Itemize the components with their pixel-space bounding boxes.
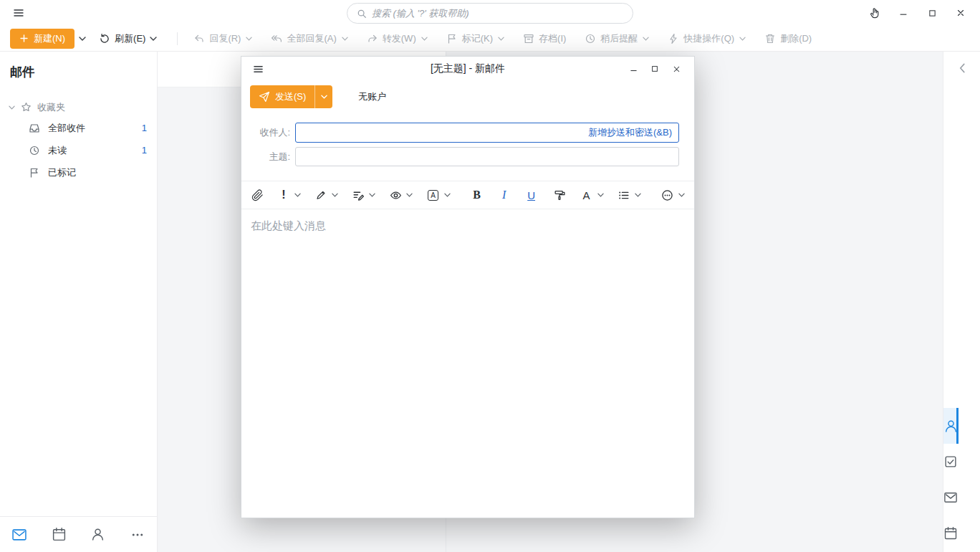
- reply-all-button[interactable]: 全部回复(A): [271, 32, 347, 45]
- text-style-dropdown[interactable]: [442, 186, 453, 204]
- flag-icon: [446, 33, 458, 44]
- favorites-group[interactable]: 收藏夹: [0, 97, 157, 117]
- window-minimize-button[interactable]: [891, 3, 916, 23]
- person-icon: [90, 527, 105, 542]
- sidebar-item-unread[interactable]: 未读 1: [0, 139, 157, 161]
- text-style-button[interactable]: A: [425, 186, 442, 204]
- recipients-row: 收件人: 新增抄送和密送(&B): [241, 123, 694, 143]
- subject-row: 主题:: [241, 147, 694, 166]
- quick-parts-button[interactable]: [350, 186, 367, 204]
- sidebar-item-flagged[interactable]: 已标记: [0, 161, 157, 184]
- quick-parts-dropdown[interactable]: [367, 186, 378, 204]
- window-close-button[interactable]: [948, 3, 973, 23]
- send-button[interactable]: 发送(S): [250, 85, 314, 108]
- compose-maximize-button[interactable]: [644, 60, 666, 78]
- person-icon: [943, 419, 959, 434]
- chevron-down-icon: [79, 37, 86, 41]
- add-cc-bcc-link[interactable]: 新增抄送和密送(&B): [588, 126, 672, 139]
- attachment-button[interactable]: [249, 186, 266, 204]
- format-painter-button[interactable]: [552, 186, 569, 204]
- body-placeholder: 在此处键入消息: [251, 219, 326, 232]
- clock-icon: [585, 33, 596, 44]
- importance-button[interactable]: !: [275, 186, 292, 204]
- delete-button[interactable]: 删除(D): [764, 32, 812, 45]
- archive-label: 存档(I): [539, 32, 566, 45]
- send-dropdown[interactable]: [314, 85, 332, 108]
- reply-button[interactable]: 回复(R): [193, 32, 252, 45]
- app-menu-button[interactable]: [7, 3, 30, 23]
- recipients-input[interactable]: 新增抄送和密送(&B): [295, 123, 679, 143]
- list-dropdown[interactable]: [633, 186, 643, 204]
- mark-label: 标记(K): [462, 32, 493, 45]
- touch-mode-button[interactable]: [863, 3, 887, 23]
- forward-button[interactable]: 转发(W): [367, 32, 428, 45]
- visibility-dropdown[interactable]: [404, 186, 415, 204]
- signature-button[interactable]: [312, 186, 330, 204]
- archive-button[interactable]: 存档(I): [523, 32, 566, 45]
- chevron-down-icon: [643, 37, 649, 41]
- message-body-input[interactable]: 在此处键入消息: [241, 209, 694, 518]
- chevron-left-icon: [959, 63, 965, 73]
- snooze-button[interactable]: 稍后提醒: [585, 32, 649, 45]
- hand-pointer-icon: [869, 7, 880, 19]
- sidebar: 邮件 收藏夹 全部收件 1 未读 1: [0, 52, 158, 552]
- underline-button[interactable]: U: [523, 186, 540, 204]
- reply-icon: [193, 33, 205, 44]
- archive-icon: [523, 33, 534, 44]
- italic-button[interactable]: I: [496, 186, 513, 204]
- new-mail-dropdown[interactable]: [75, 29, 90, 49]
- quick-actions-button[interactable]: 快捷操作(Q): [668, 32, 746, 45]
- font-color-dropdown[interactable]: [595, 186, 606, 204]
- compose-fields: 收件人: 新增抄送和密送(&B) 主题:: [241, 123, 694, 166]
- maximize-icon: [928, 9, 937, 18]
- font-color-button[interactable]: A: [578, 186, 595, 204]
- more-formatting-button[interactable]: [659, 186, 676, 204]
- chevron-down-icon: [321, 95, 327, 99]
- signature-dropdown[interactable]: [330, 186, 340, 204]
- trash-icon: [764, 33, 776, 44]
- refresh-button[interactable]: 刷新(E): [99, 32, 145, 45]
- new-mail-label: 新建(N): [34, 32, 65, 45]
- ellipsis-icon: [130, 528, 145, 542]
- refresh-icon: [99, 33, 110, 44]
- contacts-panel-button[interactable]: [943, 408, 959, 444]
- mail-panel-button[interactable]: [943, 480, 958, 515]
- calendar-icon: [943, 526, 958, 541]
- compose-close-button[interactable]: [666, 60, 687, 78]
- calendar-panel-button[interactable]: [943, 515, 958, 551]
- forward-label: 转发(W): [383, 32, 416, 45]
- importance-dropdown[interactable]: [292, 186, 303, 204]
- paper-plane-icon: [259, 91, 270, 103]
- mail-module-button[interactable]: [7, 523, 32, 547]
- list-button[interactable]: [615, 186, 633, 204]
- text-pen-icon: [352, 189, 365, 201]
- search-placeholder: 搜索 (输入 '?' 获取帮助): [372, 7, 469, 20]
- forward-icon: [367, 33, 378, 44]
- chevron-down-icon: [498, 37, 504, 41]
- send-split-button: 发送(S): [250, 85, 332, 108]
- bold-button[interactable]: B: [469, 186, 486, 204]
- visibility-button[interactable]: [387, 186, 404, 204]
- contacts-module-button[interactable]: [86, 523, 110, 547]
- compose-minimize-button[interactable]: [623, 60, 644, 78]
- calendar-module-button[interactable]: [47, 523, 71, 547]
- more-modules-button[interactable]: [125, 523, 150, 547]
- tasks-panel-button[interactable]: [943, 444, 958, 480]
- collapse-panel-button[interactable]: [959, 63, 965, 73]
- new-mail-button[interactable]: 新建(N): [10, 29, 75, 49]
- sidebar-title: 邮件: [10, 64, 157, 80]
- compose-menu-button[interactable]: [249, 59, 267, 79]
- maximize-icon: [650, 65, 659, 73]
- chevron-down-icon: [150, 37, 157, 41]
- window-maximize-button[interactable]: [920, 3, 944, 23]
- chevron-down-icon: [9, 105, 15, 110]
- favorites-label: 收藏夹: [37, 101, 65, 114]
- bullet-list-icon: [618, 189, 630, 201]
- subject-input[interactable]: [295, 147, 679, 166]
- sidebar-item-label: 已标记: [48, 166, 76, 179]
- refresh-dropdown[interactable]: [145, 29, 161, 49]
- mark-button[interactable]: 标记(K): [446, 32, 504, 45]
- search-input[interactable]: 搜索 (输入 '?' 获取帮助): [347, 3, 633, 24]
- more-formatting-dropdown[interactable]: [676, 186, 687, 204]
- sidebar-item-all-inbox[interactable]: 全部收件 1: [0, 117, 157, 139]
